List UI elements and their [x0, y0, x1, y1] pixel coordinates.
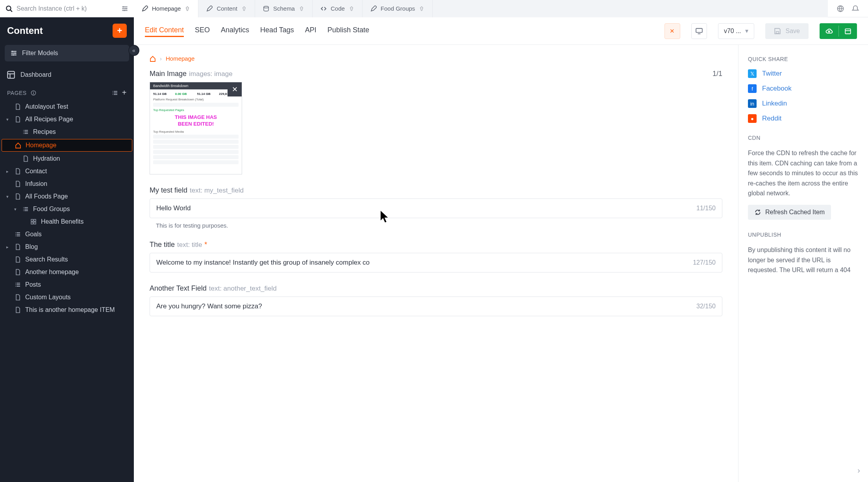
main: Edit ContentSEOAnalyticsHead TagsAPIPubl…: [134, 17, 868, 482]
chevron-icon[interactable]: ▾: [5, 194, 10, 199]
subtab-edit-content[interactable]: Edit Content: [145, 26, 184, 37]
bell-icon[interactable]: [851, 5, 859, 13]
pages-header: PAGES +: [0, 83, 134, 100]
subtab-api[interactable]: API: [305, 26, 316, 36]
topbar: HomepageContentSchemaCodeFood Groups: [0, 0, 868, 17]
subtab-seo[interactable]: SEO: [195, 26, 210, 36]
share-facebook[interactable]: fFacebook: [748, 84, 859, 93]
reddit-icon: ●: [748, 114, 757, 123]
overlay-line2: BEEN EDITED!: [178, 121, 214, 127]
add-page-icon[interactable]: +: [122, 88, 127, 97]
tree-item-custom-layouts[interactable]: Custom Layouts: [0, 291, 134, 304]
tab-food-groups[interactable]: Food Groups: [363, 0, 433, 17]
close-button[interactable]: ✕: [664, 23, 680, 39]
globe-icon[interactable]: [837, 5, 844, 13]
chevron-icon[interactable]: ▾: [13, 207, 18, 212]
refresh-cache-button[interactable]: Refresh Cached Item: [748, 205, 831, 220]
tab-homepage[interactable]: Homepage: [134, 0, 198, 17]
tree-item-goals[interactable]: Goals: [0, 228, 134, 241]
subtab-analytics[interactable]: Analytics: [221, 26, 249, 36]
tree-item-contact[interactable]: ▸Contact: [0, 165, 134, 178]
list-view-icon[interactable]: [112, 90, 118, 96]
title-input[interactable]: Welcome to my instance! Instantly get th…: [150, 253, 722, 273]
version-select[interactable]: v70 ... ▾: [718, 23, 754, 39]
cdn-text: Force the CDN to refresh the cache for t…: [748, 148, 859, 198]
doc-icon: [14, 168, 21, 175]
chevron-icon[interactable]: ▸: [5, 245, 10, 250]
topbar-right: [828, 5, 868, 13]
pin-icon[interactable]: [419, 6, 424, 11]
home-icon: [15, 142, 22, 149]
tab-content[interactable]: Content: [198, 0, 255, 17]
expand-panel-icon[interactable]: ›: [857, 466, 860, 475]
pin-icon[interactable]: [241, 6, 247, 11]
home-icon: [150, 56, 156, 62]
tab-schema[interactable]: Schema: [255, 0, 313, 17]
tree-item-homepage[interactable]: Homepage: [2, 139, 132, 152]
save-label: Save: [786, 28, 800, 35]
pin-icon[interactable]: [349, 6, 354, 11]
share-reddit[interactable]: ●Reddit: [748, 114, 859, 123]
publish-button[interactable]: [820, 23, 857, 39]
tree-item-hydration[interactable]: Hydration: [0, 152, 134, 165]
preview-button[interactable]: [691, 23, 707, 39]
tree-item-this-is-another-homepage-item[interactable]: This is another homepage ITEM: [0, 304, 134, 316]
add-button[interactable]: +: [113, 24, 127, 38]
field-main-image: Main Image images: image 1/1 ✕ Bandwidth…: [150, 70, 722, 174]
search-input[interactable]: [17, 5, 117, 12]
tree-item-all-recipes-page[interactable]: ▾All Recipes Page: [0, 113, 134, 126]
remove-image-button[interactable]: ✕: [228, 82, 242, 96]
another-input[interactable]: Are you hungry? Want some pizza? 32/150: [150, 297, 722, 316]
tree-item-another-homepage[interactable]: Another homepage: [0, 266, 134, 278]
list-icon: [14, 231, 21, 238]
doc-icon: [14, 294, 21, 301]
pencil-icon: [142, 6, 148, 12]
calendar-icon: [844, 28, 851, 35]
field-label: My test field: [150, 186, 187, 195]
chevron-down-icon: ▾: [745, 27, 748, 35]
info-icon[interactable]: [31, 90, 36, 96]
tree-item-search-results[interactable]: Search Results: [0, 253, 134, 266]
tree-item-all-foods-page[interactable]: ▾All Foods Page: [0, 190, 134, 203]
char-count: 11/150: [696, 205, 716, 212]
list-icon: [22, 206, 29, 213]
pin-icon[interactable]: [185, 6, 190, 11]
filter-label: Filter Models: [22, 50, 58, 57]
breadcrumb[interactable]: › Homepage: [150, 55, 722, 62]
pin-icon[interactable]: [299, 6, 304, 11]
share-linkedin[interactable]: inLinkedin: [748, 99, 859, 108]
tree-item-food-groups[interactable]: ▾Food Groups: [0, 203, 134, 215]
pages-heading: PAGES: [7, 90, 27, 96]
subtab-head-tags[interactable]: Head Tags: [260, 26, 294, 36]
field-label: Main Image: [150, 70, 187, 78]
my-test-input[interactable]: Hello World 11/150: [150, 198, 722, 218]
nav-dashboard[interactable]: Dashboard: [0, 67, 134, 83]
tree-item-infusion[interactable]: Infusion: [0, 178, 134, 190]
input-value: Are you hungry? Want some pizza?: [156, 302, 692, 310]
subnav: Edit ContentSEOAnalyticsHead TagsAPIPubl…: [134, 17, 868, 45]
share-twitter[interactable]: 𝕏Twitter: [748, 69, 859, 78]
tree-item-blog[interactable]: ▸Blog: [0, 241, 134, 253]
unpublish-text: By unpublishing this content it will no …: [748, 245, 859, 273]
search-icon: [6, 5, 13, 12]
db-icon: [263, 6, 269, 12]
pencil-icon: [370, 6, 377, 12]
chevron-icon[interactable]: ▸: [5, 169, 10, 174]
sliders-icon[interactable]: [121, 5, 128, 12]
tree-item-autolayout-test[interactable]: Autolayout Test: [0, 100, 134, 113]
tree-item-posts[interactable]: Posts: [0, 278, 134, 291]
collapse-sidebar-icon[interactable]: «: [128, 45, 139, 56]
tree-item-health-benefits[interactable]: Health Benefits: [0, 215, 134, 228]
filter-models[interactable]: Filter Models: [5, 45, 129, 61]
subtab-publish-state[interactable]: Publish State: [328, 26, 369, 36]
input-value: Welcome to my instance! Instantly get th…: [156, 259, 688, 267]
chevron-icon[interactable]: ▾: [5, 117, 10, 122]
tab-code[interactable]: Code: [313, 0, 363, 17]
list-icon: [22, 128, 29, 135]
dashboard-label: Dashboard: [20, 71, 51, 78]
save-button[interactable]: Save: [765, 23, 809, 39]
field-meta: text: title: [177, 241, 202, 249]
tree-item-recipes[interactable]: Recipes: [0, 126, 134, 138]
image-thumbnail[interactable]: ✕ Bandwidth Breakdown 51.14 GB 0.00 GB 5…: [150, 82, 242, 174]
field-meta: text: another_text_field: [209, 285, 277, 293]
